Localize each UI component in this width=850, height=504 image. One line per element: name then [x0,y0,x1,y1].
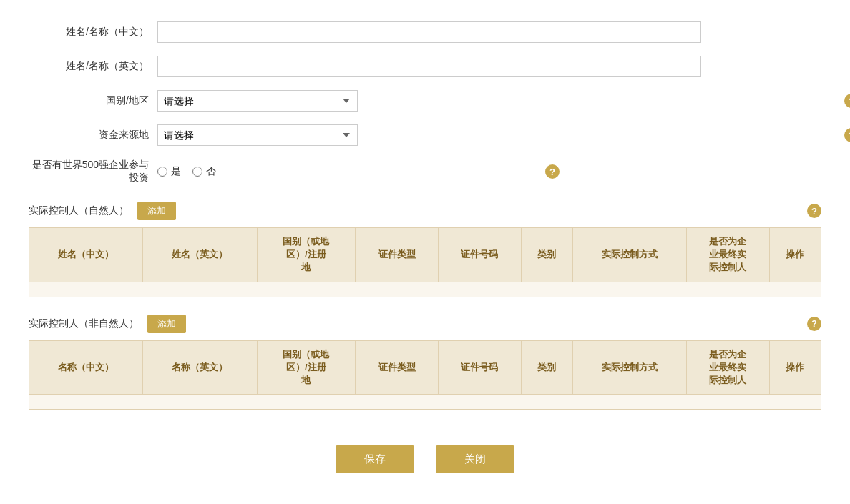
name-cn-input[interactable] [157,21,701,43]
fortune500-no-option[interactable]: 否 [192,165,216,178]
section2-header: 实际控制人（非自然人） 添加 ? [29,315,821,333]
fortune500-row: 是否有世界500强企业参与投资 是 否 ? [29,159,821,184]
section1-empty-row [29,282,821,297]
section1-col-category: 类别 [521,228,572,282]
section2-help-icon[interactable]: ? [807,317,821,331]
name-en-input[interactable] [157,56,701,77]
section1-col-name-en: 姓名（英文） [143,228,257,282]
section2-col-is-final: 是否为企业最终实际控制人 [687,340,770,395]
section1-add-button[interactable]: 添加 [137,202,176,220]
section2-title: 实际控制人（非自然人） [29,317,139,330]
fortune500-no-radio[interactable] [192,167,202,177]
section1-help-icon[interactable]: ? [807,204,821,218]
section2-add-button[interactable]: 添加 [147,315,186,333]
section2-col-operation: 操作 [769,340,821,395]
name-en-row: 姓名/名称（英文） [29,56,821,77]
fund-source-row: 资金来源地 请选择 ? [29,124,821,146]
section1-title: 实际控制人（自然人） [29,204,129,217]
fortune500-help-icon[interactable]: ? [545,164,560,179]
section2-col-name-en: 名称（英文） [143,340,257,395]
section1-col-cert-type: 证件类型 [356,228,439,282]
section1-col-control-method: 实际控制方式 [572,228,686,282]
section1-table: 姓名（中文） 姓名（英文） 国别（或地区）/注册地 证件类型 证件号码 类别 实… [29,227,821,297]
bottom-buttons: 保存 关闭 [29,445,821,473]
section2-col-country: 国别（或地区）/注册地 [257,340,356,395]
name-cn-row: 姓名/名称（中文） [29,21,821,43]
name-cn-label: 姓名/名称（中文） [29,26,157,39]
fund-source-label: 资金来源地 [29,129,157,142]
country-label: 国别/地区 [29,94,157,107]
fund-source-help-icon[interactable]: ? [844,128,850,142]
section2-col-name-cn: 名称（中文） [29,340,143,395]
section2-table-header-row: 名称（中文） 名称（英文） 国别（或地区）/注册地 证件类型 证件号码 类别 实… [29,340,821,395]
section1-header: 实际控制人（自然人） 添加 ? [29,202,821,220]
section2-col-cert-no: 证件号码 [438,340,521,395]
section2-col-cert-type: 证件类型 [356,340,439,395]
fortune500-radio-group: 是 否 [157,165,216,178]
section1-col-cert-no: 证件号码 [438,228,521,282]
section1-col-is-final: 是否为企业最终实际控制人 [687,228,770,282]
section2-col-category: 类别 [521,340,572,395]
country-row: 国别/地区 请选择 ? [29,90,821,112]
section1-table-header-row: 姓名（中文） 姓名（英文） 国别（或地区）/注册地 证件类型 证件号码 类别 实… [29,228,821,282]
fortune500-yes-radio[interactable] [157,167,167,177]
name-en-label: 姓名/名称（英文） [29,60,157,73]
fund-source-select[interactable]: 请选择 [157,124,358,146]
section2-table: 名称（中文） 名称（英文） 国别（或地区）/注册地 证件类型 证件号码 类别 实… [29,340,821,410]
section1-col-name-cn: 姓名（中文） [29,228,143,282]
save-button[interactable]: 保存 [336,445,414,473]
section1-col-country: 国别（或地区）/注册地 [257,228,356,282]
fortune500-yes-option[interactable]: 是 [157,165,181,178]
section2-col-control-method: 实际控制方式 [572,340,686,395]
fortune500-no-label: 否 [206,165,216,178]
section1-col-operation: 操作 [769,228,821,282]
close-button[interactable]: 关闭 [436,445,514,473]
fortune500-yes-label: 是 [171,165,181,178]
country-select[interactable]: 请选择 [157,90,358,112]
fortune500-label: 是否有世界500强企业参与投资 [29,159,157,184]
section2-empty-row [29,395,821,410]
country-help-icon[interactable]: ? [844,94,850,108]
